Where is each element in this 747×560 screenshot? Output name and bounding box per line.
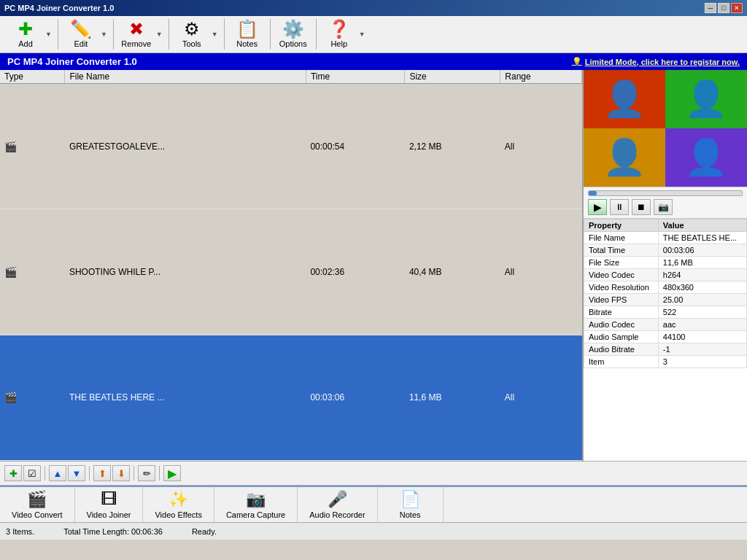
progress-bar-fill [589, 191, 597, 195]
cell-range: All [500, 209, 582, 335]
prop-name: Total Time [584, 244, 659, 257]
move-top-button[interactable]: ⬆ [93, 465, 111, 481]
cell-time: 00:00:54 [306, 84, 405, 209]
beatle-face-1: 👤 [584, 70, 665, 128]
window-controls: ─ □ ✕ [705, 3, 743, 13]
property-row: File Size 11,6 MB [584, 257, 747, 269]
help-button[interactable]: ❓ Help [321, 19, 357, 50]
add-icon: ✚ [18, 20, 33, 38]
app-header-title: PC MP4 Joiner Converter 1.0 [7, 56, 137, 67]
app-header: PC MP4 Joiner Converter 1.0 💡 Limited Mo… [0, 53, 747, 70]
convert-button[interactable]: ▶ [163, 465, 181, 481]
nav-item-camera-capture[interactable]: 📷 Camera Capture [214, 487, 298, 522]
stop-button[interactable]: ⏹ [632, 199, 651, 215]
minimize-button[interactable]: ─ [705, 3, 716, 13]
table-row[interactable]: 🎬 GREATESTGOALEVE... 00:00:54 2,12 MB Al… [0, 84, 582, 209]
prop-name: Video Codec [584, 269, 659, 281]
nav-label: Video Effects [155, 510, 201, 519]
video-icon: 🎬 [4, 141, 17, 152]
check-button[interactable]: ☑ [23, 465, 41, 481]
nav-item-video-effects[interactable]: ✨ Video Effects [143, 487, 214, 522]
notes-button[interactable]: 📋 Notes [229, 19, 266, 50]
prop-name: File Size [584, 257, 659, 269]
preview-image: 👤 👤 👤 👤 [584, 70, 747, 187]
nav-item-audio-recorder[interactable]: 🎤 Audio Recorder [298, 487, 377, 522]
properties-scroll: Property Value File Name THE BEATLES HE.… [584, 219, 747, 461]
property-row: Audio Codec aac [584, 319, 747, 331]
prop-value: 25.00 [658, 294, 746, 306]
nav-item-video-joiner[interactable]: 🎞 Video Joiner [75, 487, 144, 522]
move-down-button[interactable]: ▼ [68, 465, 85, 481]
add-button[interactable]: ✚ Add [7, 19, 44, 50]
nav-item-notes[interactable]: 📄 Notes [378, 487, 444, 522]
cell-size: 40,4 MB [405, 209, 500, 335]
limited-mode-link[interactable]: 💡 Limited Mode, click here to registar n… [572, 57, 740, 66]
help-dropdown[interactable]: ▼ [357, 31, 367, 38]
help-icon: ❓ [328, 20, 350, 38]
beatle-face-2: 👤 [665, 70, 747, 128]
property-row: Audio Bitrate -1 [584, 343, 747, 356]
options-button[interactable]: ⚙️ Options [275, 19, 311, 50]
window-title: PC MP4 Joiner Converter 1.0 [4, 4, 114, 12]
nav-item-video-convert[interactable]: 🎬 Video Convert [0, 487, 75, 522]
prop-value: h264 [658, 269, 746, 281]
cell-size: 2,12 MB [405, 84, 500, 209]
preview-q4: 👤 [665, 128, 747, 187]
move-bottom-button[interactable]: ⬇ [112, 465, 130, 481]
cell-type: 🎬 [0, 84, 65, 209]
property-row: Item 3 [584, 356, 747, 368]
bottom-nav: 🎬 Video Convert 🎞 Video Joiner ✨ Video E… [0, 486, 747, 522]
separator-1 [44, 466, 45, 481]
tools-dropdown[interactable]: ▼ [210, 31, 220, 38]
col-size: Size [405, 70, 500, 84]
time-length: Total Time Length: 00:06:36 [63, 527, 163, 536]
property-row: File Name THE BEATLES HE... [584, 232, 747, 244]
add-group: ✚ Add ▼ [3, 19, 58, 50]
remove-dropdown[interactable]: ▼ [155, 31, 164, 38]
nav-label: Audio Recorder [309, 510, 365, 519]
prop-name: File Name [584, 232, 659, 244]
file-list-area: Type File Name Time Size Range 🎬 GREATES… [0, 70, 583, 461]
prop-value: 44100 [658, 331, 746, 343]
prop-col-property: Property [584, 219, 659, 232]
progress-bar-container[interactable] [588, 190, 743, 196]
maximize-button[interactable]: □ [718, 3, 729, 13]
notes-icon: 📋 [236, 20, 258, 38]
separator-4 [159, 466, 160, 481]
preview-area: 👤 👤 👤 👤 ▶ ⏸ ⏹ 📷 [583, 70, 747, 461]
main-toolbar: ✚ Add ▼ ✏️ Edit ▼ ✖ Remove ▼ ⚙ Tools ▼ 📋… [0, 16, 747, 53]
nav-icon: 📷 [246, 490, 266, 509]
title-bar: PC MP4 Joiner Converter 1.0 ─ □ ✕ [0, 0, 747, 16]
snapshot-button[interactable]: 📷 [654, 199, 673, 215]
prop-value: -1 [658, 343, 746, 356]
prop-value: aac [658, 319, 746, 331]
nav-icon: 📄 [400, 490, 420, 509]
video-icon: 🎬 [4, 266, 17, 278]
edit-dropdown[interactable]: ▼ [99, 31, 109, 38]
col-filename: File Name [65, 70, 306, 84]
table-row[interactable]: 🎬 THE BEATLES HERE ... 00:03:06 11,6 MB … [0, 335, 582, 460]
tools-icon: ⚙ [184, 20, 200, 38]
cell-type: 🎬 [0, 209, 65, 335]
main-content: Type File Name Time Size Range 🎬 GREATES… [0, 70, 747, 461]
help-group: ❓ Help ▼ [317, 19, 371, 50]
edit-item-button[interactable]: ✏ [138, 465, 155, 481]
nav-label: Video Convert [12, 510, 63, 519]
play-button[interactable]: ▶ [588, 199, 607, 215]
add-file-button[interactable]: ✚ [4, 465, 22, 481]
move-up-button[interactable]: ▲ [49, 465, 66, 481]
tools-button[interactable]: ⚙ Tools [174, 19, 210, 50]
separator-3 [133, 466, 134, 481]
add-dropdown[interactable]: ▼ [44, 31, 53, 38]
table-row[interactable]: 🎬 SHOOTING WHILE P... 00:02:36 40,4 MB A… [0, 209, 582, 335]
remove-button[interactable]: ✖ Remove [118, 19, 155, 50]
items-count: 3 Items. [6, 527, 34, 536]
nav-icon: 🎤 [328, 490, 347, 509]
pause-button[interactable]: ⏸ [610, 199, 629, 215]
prop-name: Bitrate [584, 306, 659, 319]
edit-button[interactable]: ✏️ Edit [63, 19, 99, 50]
cell-filename: THE BEATLES HERE ... [65, 335, 306, 460]
close-button[interactable]: ✕ [731, 3, 743, 13]
nav-icon: 🎬 [27, 490, 47, 509]
preview-q1: 👤 [584, 70, 665, 128]
